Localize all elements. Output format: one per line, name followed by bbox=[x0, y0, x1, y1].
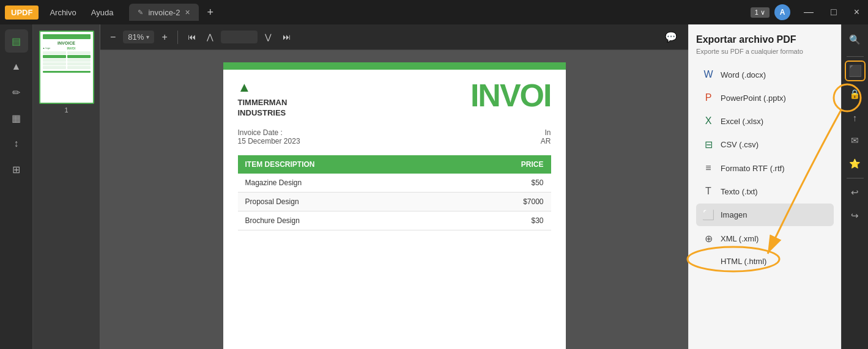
undo-icon[interactable]: ↩ bbox=[845, 182, 866, 203]
col-price: PRICE bbox=[455, 155, 551, 174]
export-item-xml[interactable]: ⊕XML (.xml) bbox=[696, 227, 834, 250]
zoom-out-button[interactable]: − bbox=[106, 29, 119, 45]
invoice-date-label: Invoice Date : bbox=[238, 128, 300, 137]
zoom-in-button[interactable]: + bbox=[158, 29, 171, 45]
sidebar-stamp-icon[interactable]: ⊞ bbox=[5, 158, 28, 181]
export-item-word[interactable]: WWord (.docx) bbox=[696, 64, 834, 86]
export-label-word: Word (.docx) bbox=[721, 70, 766, 79]
export-panel-subtitle: Exporte su PDF a cualquier formato bbox=[696, 48, 834, 55]
share-icon[interactable]: ↑ bbox=[845, 107, 866, 128]
export-icon-ppt: P bbox=[702, 92, 714, 103]
comment-button[interactable]: 💬 bbox=[660, 29, 682, 45]
export-label-html: HTML (.html) bbox=[721, 257, 766, 266]
pdf-body: ▲ TIMMERMANINDUSTRIES INVOI Invoice Date… bbox=[223, 70, 566, 240]
export-label-excel: Excel (.xlsx) bbox=[721, 117, 763, 126]
star-icon[interactable]: ⭐ bbox=[845, 153, 866, 174]
invoice-meta: Invoice Date : 15 December 2023 In AR bbox=[238, 128, 551, 145]
export-item-txt[interactable]: TTexto (.txt) bbox=[696, 180, 834, 202]
menu-ayuda[interactable]: Ayuda bbox=[85, 6, 120, 20]
export-item-csv[interactable]: ⊟CSV (.csv) bbox=[696, 133, 834, 156]
export-label-imagen: Imagen bbox=[721, 210, 747, 219]
tab-invoice2[interactable]: ✎ invoice-2 × bbox=[129, 4, 198, 21]
export-item-rtf[interactable]: ≡Formato RTF (.rtf) bbox=[696, 157, 834, 179]
page-num-badge[interactable]: 1 ∨ bbox=[751, 7, 770, 18]
zoom-level: 81% bbox=[128, 32, 144, 42]
invoice-table: ITEM DESCRIPTION PRICE Magazine Design$5… bbox=[238, 155, 551, 230]
title-bar: UPDF Archivo Ayuda ✎ invoice-2 × + 1 ∨ A… bbox=[0, 0, 868, 24]
zoom-dropdown-icon[interactable]: ▾ bbox=[146, 34, 149, 40]
pdf-page: ▲ TIMMERMANINDUSTRIES INVOI Invoice Date… bbox=[223, 62, 566, 349]
new-tab-button[interactable]: + bbox=[204, 6, 218, 19]
search-icon[interactable]: 🔍 bbox=[845, 29, 866, 50]
export-icon-sidebar[interactable]: ⬛ bbox=[845, 61, 866, 81]
export-label-rtf: Formato RTF (.rtf) bbox=[721, 164, 784, 173]
export-item-excel[interactable]: XExcel (.xlsx) bbox=[696, 110, 834, 132]
row-price: $7000 bbox=[455, 192, 551, 211]
redo-icon[interactable]: ↪ bbox=[845, 205, 866, 226]
invoice-num-prefix: In bbox=[541, 128, 551, 137]
company-logo: ▲ TIMMERMANINDUSTRIES bbox=[238, 79, 287, 119]
nav-last-button[interactable]: ⏭ bbox=[279, 30, 294, 44]
thumbnail-page-1[interactable]: INVOICE ▲ logo INVOI 1 bbox=[39, 31, 94, 114]
nav-prev-button[interactable]: ⋀ bbox=[203, 30, 217, 44]
minimize-button[interactable]: — bbox=[795, 0, 822, 24]
row-description: Brochure Design bbox=[238, 211, 456, 230]
page-input[interactable]: 1 / 1 bbox=[221, 31, 258, 43]
row-price: $30 bbox=[455, 211, 551, 230]
sidebar-bookmark-icon[interactable]: ▲ bbox=[5, 55, 28, 78]
export-panel-title: Exportar archivo PDF bbox=[696, 34, 834, 45]
col-description: ITEM DESCRIPTION bbox=[238, 155, 456, 174]
thumbnail-panel: INVOICE ▲ logo INVOI 1 bbox=[33, 24, 100, 349]
far-right-sidebar: 🔍 ⬛ 🔒 ↑ ✉ ⭐ ↩ ↪ bbox=[841, 24, 868, 349]
maximize-button[interactable]: □ bbox=[822, 0, 845, 24]
thumbnail-page-number: 1 bbox=[39, 106, 94, 114]
invoice-date: 15 December 2023 bbox=[238, 137, 300, 145]
sidebar-thumbnail-icon[interactable]: ▤ bbox=[5, 29, 28, 53]
tab-edit-icon: ✎ bbox=[138, 9, 143, 17]
sidebar-grid-icon[interactable]: ▦ bbox=[5, 106, 28, 130]
invoice-title: INVOI bbox=[470, 79, 551, 111]
export-label-csv: CSV (.csv) bbox=[721, 140, 759, 149]
table-header-row: ITEM DESCRIPTION PRICE bbox=[238, 155, 551, 174]
export-item-html[interactable]: HTML (.html) bbox=[696, 251, 834, 271]
nav-next-button[interactable]: ⋁ bbox=[261, 30, 275, 44]
sidebar-separator-2 bbox=[847, 178, 864, 178]
row-description: Magazine Design bbox=[238, 174, 456, 193]
app-logo: UPDF bbox=[5, 6, 39, 20]
table-row: Proposal Design$7000 bbox=[238, 192, 551, 211]
invoice-num-block: In AR bbox=[541, 128, 551, 145]
nav-first-button[interactable]: ⏮ bbox=[184, 30, 199, 44]
pdf-top-bar bbox=[223, 62, 566, 70]
export-label-xml: XML (.xml) bbox=[721, 234, 759, 243]
export-panel: Exportar archivo PDF Exporte su PDF a cu… bbox=[688, 24, 841, 349]
invoice-header: ▲ TIMMERMANINDUSTRIES INVOI bbox=[238, 79, 551, 119]
export-icon-imagen: ⬜ bbox=[702, 209, 714, 221]
export-items-list: WWord (.docx)PPowerPoint (.pptx)XExcel (… bbox=[696, 64, 834, 273]
export-icon-xml: ⊕ bbox=[702, 233, 714, 244]
window-controls: — □ × bbox=[795, 0, 868, 24]
tab-close-button[interactable]: × bbox=[185, 7, 190, 17]
export-item-imagen[interactable]: ⬜Imagen bbox=[696, 204, 834, 226]
menu-archivo[interactable]: Archivo bbox=[43, 6, 82, 20]
close-button[interactable]: × bbox=[845, 0, 868, 24]
export-label-ppt: PowerPoint (.pptx) bbox=[721, 94, 786, 103]
content-area: − 81% ▾ + ⏮ ⋀ 1 / 1 ⋁ ⏭ 💬 ▲ bbox=[100, 24, 688, 349]
export-label-txt: Texto (.txt) bbox=[721, 187, 758, 196]
toolbar-separator bbox=[177, 31, 178, 44]
row-description: Proposal Design bbox=[238, 192, 456, 211]
export-item-ppt[interactable]: PPowerPoint (.pptx) bbox=[696, 87, 834, 109]
zoom-display[interactable]: 81% ▾ bbox=[123, 31, 154, 43]
pdf-view: ▲ TIMMERMANINDUSTRIES INVOI Invoice Date… bbox=[100, 50, 688, 349]
lock-icon[interactable]: 🔒 bbox=[845, 84, 866, 105]
user-avatar[interactable]: A bbox=[774, 4, 790, 20]
sidebar-layers-icon[interactable]: ↕ bbox=[5, 132, 28, 155]
mail-icon[interactable]: ✉ bbox=[845, 130, 866, 151]
export-icon-rtf: ≡ bbox=[702, 163, 714, 174]
tab-area: ✎ invoice-2 × + bbox=[129, 4, 750, 21]
thumbnail-image: INVOICE ▲ logo INVOI bbox=[39, 31, 94, 104]
menu-bar: Archivo Ayuda bbox=[43, 6, 119, 20]
toolbar: − 81% ▾ + ⏮ ⋀ 1 / 1 ⋁ ⏭ 💬 bbox=[100, 24, 688, 50]
table-row: Magazine Design$50 bbox=[238, 174, 551, 193]
sidebar-edit-icon[interactable]: ✏ bbox=[5, 81, 28, 104]
company-name: TIMMERMANINDUSTRIES bbox=[238, 98, 287, 119]
